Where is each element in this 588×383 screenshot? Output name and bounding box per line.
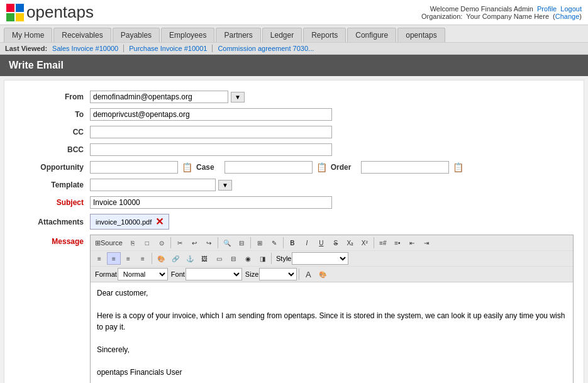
nav-link-payables[interactable]: Payables <box>113 28 160 42</box>
change-org-link[interactable]: Change <box>555 13 580 20</box>
sep5 <box>374 237 374 248</box>
email-body-editor[interactable]: Dear customer, Here is a copy of your in… <box>91 282 573 383</box>
template-input[interactable] <box>90 179 216 191</box>
order-icon[interactable]: 📋 <box>453 162 463 172</box>
link-btn[interactable]: 🔗 <box>169 252 182 265</box>
last-viewed-item-1[interactable]: Purchase Invoice #10001 <box>129 45 213 52</box>
case-icon[interactable]: 📋 <box>316 162 327 172</box>
size-select[interactable] <box>259 268 297 280</box>
template-dropdown-btn[interactable]: ▼ <box>218 180 232 191</box>
nav-item-configure[interactable]: Configure <box>347 28 396 42</box>
new-btn[interactable]: □ <box>140 236 154 249</box>
nav-item-partners[interactable]: Partners <box>216 28 260 42</box>
delete-attachment-btn[interactable]: ✕ <box>155 216 164 228</box>
header: opentaps Welcome Demo Financials Admin P… <box>0 0 588 25</box>
redo-btn[interactable]: ↪ <box>202 236 216 249</box>
nav-link-employees[interactable]: Employees <box>161 28 214 42</box>
format-select[interactable]: Normal <box>118 268 168 280</box>
nav-link-configure[interactable]: Configure <box>347 28 396 42</box>
nav-link-reports[interactable]: Reports <box>303 28 346 42</box>
logout-link[interactable]: Logout <box>560 5 582 13</box>
justify-btn[interactable]: ≡ <box>136 252 150 265</box>
align-left-btn[interactable]: ≡ <box>92 252 106 265</box>
last-viewed-item-0[interactable]: Sales Invoice #10000 <box>52 45 124 52</box>
bcc-input[interactable] <box>90 143 332 156</box>
nav-item-myhome[interactable]: My Home <box>4 28 52 42</box>
nav-item-ledger[interactable]: Ledger <box>262 28 302 42</box>
subject-row: Subject <box>14 196 574 209</box>
to-input[interactable] <box>90 108 332 121</box>
style-select[interactable] <box>292 252 348 265</box>
nav-item-payables[interactable]: Payables <box>113 28 160 42</box>
ul-btn[interactable]: ≡• <box>391 236 404 249</box>
nav-link-myhome[interactable]: My Home <box>4 28 52 42</box>
logo: opentaps <box>6 3 94 22</box>
nav-item-receivables[interactable]: Receivables <box>53 28 111 42</box>
table-btn[interactable]: ⊞ <box>253 236 267 249</box>
cc-input[interactable] <box>90 126 332 138</box>
special-btn[interactable]: ◉ <box>241 252 255 265</box>
italic-btn[interactable]: I <box>300 236 314 249</box>
profile-link[interactable]: Profile <box>537 5 557 13</box>
last-viewed-bar: Last Viewed: Sales Invoice #10000 Purcha… <box>0 43 588 55</box>
ol-btn[interactable]: ≡# <box>376 236 390 249</box>
attachment-item: invoice_10000.pdf ✕ <box>90 214 169 230</box>
toolbar-row-3: Format Normal Font Size A <box>91 267 573 282</box>
hrule-btn[interactable]: ▭ <box>212 252 226 265</box>
div-btn[interactable]: ◨ <box>255 252 269 265</box>
font-color-btn[interactable]: A <box>301 268 315 280</box>
underline-btn[interactable]: U <box>314 236 328 249</box>
org-label: Organization: <box>421 13 462 20</box>
subject-input[interactable] <box>90 196 332 209</box>
strike-btn[interactable]: S <box>329 236 343 249</box>
from-dropdown-btn[interactable]: ▼ <box>231 92 245 103</box>
editor-toolbar: ⊞ Source ⎘ □ ⊙ ✂ ↩ ↪ 🔍 ⊟ ⊞ ✎ <box>91 235 573 282</box>
cut-btn[interactable]: ✂ <box>173 236 187 249</box>
table2-btn[interactable]: ⊟ <box>226 252 240 265</box>
logo-icon <box>6 4 24 21</box>
nav-item-opentaps[interactable]: opentaps <box>397 28 445 42</box>
anchor-btn[interactable]: ⚓ <box>183 252 197 265</box>
last-viewed-item-2[interactable]: Commission agreement 7030... <box>218 45 319 52</box>
preview-btn[interactable]: ⊙ <box>155 236 169 249</box>
opportunity-row: Opportunity 📋 Case 📋 Order 📋 <box>14 161 574 174</box>
attachments-row: Attachments invoice_10000.pdf ✕ <box>14 214 574 230</box>
logo-yellow <box>16 13 24 21</box>
undo-btn[interactable]: ↩ <box>187 236 201 249</box>
order-input[interactable] <box>361 161 449 174</box>
bold-btn[interactable]: B <box>286 236 299 249</box>
sub-btn[interactable]: X₂ <box>343 236 357 249</box>
cc-label: CC <box>14 128 90 136</box>
color-btn[interactable]: 🎨 <box>154 252 168 265</box>
opportunity-input[interactable] <box>90 161 178 174</box>
message-row: Message ⊞ Source ⎘ □ ⊙ ✂ ↩ ↪ 🔍 <box>14 235 574 383</box>
source-btn[interactable]: ⊞ Source <box>92 236 125 249</box>
opportunity-icon[interactable]: 📋 <box>182 162 192 172</box>
nav-link-partners[interactable]: Partners <box>216 28 260 42</box>
bg-color-btn[interactable]: 🎨 <box>316 268 330 280</box>
font-select[interactable] <box>186 268 242 280</box>
size-label: Size <box>245 270 258 278</box>
image-btn[interactable]: 🖼 <box>197 252 211 265</box>
indent-btn[interactable]: ⇥ <box>419 236 433 249</box>
nav-link-ledger[interactable]: Ledger <box>262 28 302 42</box>
case-input[interactable] <box>225 161 313 174</box>
replace-btn[interactable]: ⊟ <box>235 236 248 249</box>
edit-btn[interactable]: ✎ <box>267 236 281 249</box>
logo-text: opentaps <box>26 3 94 22</box>
align-right-btn[interactable]: ≡ <box>121 252 135 265</box>
nav-link-receivables[interactable]: Receivables <box>53 28 111 42</box>
nav-link-opentaps[interactable]: opentaps <box>397 28 445 42</box>
message-label: Message <box>14 235 90 246</box>
nav-item-reports[interactable]: Reports <box>303 28 346 42</box>
copy-btn[interactable]: ⎘ <box>126 236 140 249</box>
from-label: From <box>14 92 90 101</box>
super-btn[interactable]: X² <box>358 236 372 249</box>
nav-item-employees[interactable]: Employees <box>161 28 214 42</box>
align-center-btn[interactable]: ≡ <box>107 252 121 265</box>
template-row: Template ▼ <box>14 179 574 191</box>
outdent-btn[interactable]: ⇤ <box>405 236 419 249</box>
to-row: To <box>14 108 574 121</box>
from-input[interactable] <box>90 91 228 103</box>
find-btn[interactable]: 🔍 <box>220 236 234 249</box>
